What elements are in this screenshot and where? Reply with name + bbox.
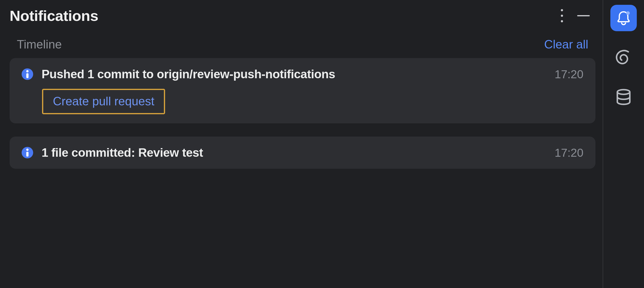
notification-title: Pushed 1 commit to origin/review-push-no… xyxy=(42,67,546,81)
notification-title: 1 file committed: Review test xyxy=(42,146,546,160)
notification-card[interactable]: Pushed 1 commit to origin/review-push-no… xyxy=(10,58,596,123)
panel-title: Notifications xyxy=(10,7,98,24)
more-options-button[interactable] xyxy=(557,9,566,23)
minimize-button[interactable] xyxy=(576,9,591,23)
spiral-icon xyxy=(614,48,633,67)
database-sidebar-button[interactable] xyxy=(610,84,637,110)
notification-action-wrap: Create pull request xyxy=(42,89,584,114)
svg-point-5 xyxy=(617,89,630,94)
svg-rect-3 xyxy=(26,152,28,156)
database-icon xyxy=(614,88,633,107)
svg-rect-1 xyxy=(26,73,28,78)
clear-all-button[interactable]: Clear all xyxy=(544,37,588,51)
bell-icon xyxy=(615,9,632,26)
notification-card[interactable]: 1 file committed: Review test 17:20 xyxy=(10,137,596,169)
minimize-icon xyxy=(577,15,590,16)
info-icon xyxy=(22,68,33,80)
panel-header: Notifications xyxy=(10,7,596,24)
notification-time: 17:20 xyxy=(554,68,584,81)
panel-subheader: Timeline Clear all xyxy=(10,37,596,58)
more-options-icon xyxy=(561,9,563,11)
notification-row: 1 file committed: Review test 17:20 xyxy=(22,146,584,160)
right-sidebar xyxy=(603,0,644,288)
notifications-sidebar-button[interactable] xyxy=(610,5,637,31)
svg-point-0 xyxy=(26,70,28,72)
panel-header-actions xyxy=(557,9,596,23)
notification-row: Pushed 1 commit to origin/review-push-no… xyxy=(22,67,584,81)
spiral-sidebar-button[interactable] xyxy=(610,44,637,71)
create-pull-request-button[interactable]: Create pull request xyxy=(53,95,154,108)
svg-point-2 xyxy=(26,149,28,151)
notifications-panel: Notifications Timeline Clear all xyxy=(0,0,603,288)
notification-time: 17:20 xyxy=(554,146,584,159)
create-pull-request-highlight: Create pull request xyxy=(42,89,165,114)
info-icon xyxy=(22,147,33,158)
notifications-app: Notifications Timeline Clear all xyxy=(0,0,644,288)
svg-point-4 xyxy=(626,11,630,15)
timeline-label: Timeline xyxy=(17,37,62,51)
